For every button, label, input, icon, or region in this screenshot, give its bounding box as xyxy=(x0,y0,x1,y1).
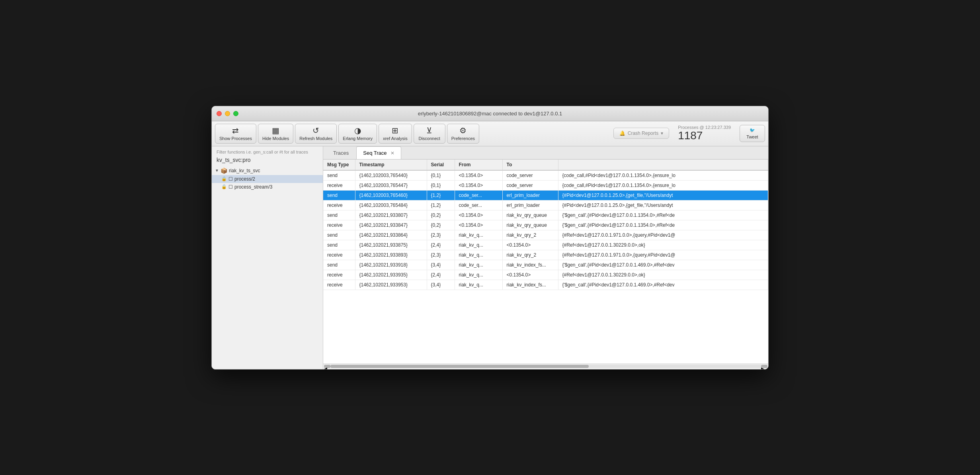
cell-detail: {'$gen_call',{#Pid<dev1@127.0.0.1.469.0>… xyxy=(558,260,768,270)
tab-seq-trace[interactable]: Seq Trace ✕ xyxy=(356,146,401,159)
cell-to: riak_kv_index_fs... xyxy=(502,260,558,270)
cell-timestamp: {1462,102003,765447} xyxy=(355,180,427,190)
table-row[interactable]: receive{1462,102021,933953}{3,4}riak_kv_… xyxy=(323,280,768,290)
cell-detail: {#Ref<dev1@127.0.0.1.30229.0.0>,ok} xyxy=(558,240,768,250)
hide-modules-button[interactable]: ▦ Hide Modules xyxy=(258,124,293,144)
cell-serial: {0,2} xyxy=(427,220,455,230)
table-row[interactable]: receive{1462,102021,933847}{0,2}<0.1354.… xyxy=(323,220,768,230)
cell-timestamp: {1462,102021,933893} xyxy=(355,250,427,260)
scroll-right-arrow[interactable]: ▸ xyxy=(761,365,767,368)
collapse-arrow: ▼ xyxy=(215,168,219,173)
scroll-left-arrow[interactable]: ◂ xyxy=(324,365,330,368)
table-header-row: Msg Type Timestamp Serial From To xyxy=(323,160,768,170)
col-header-serial: Serial xyxy=(427,160,455,170)
checkbox-icon[interactable]: ☐ xyxy=(228,184,233,190)
cell-msgtype: receive xyxy=(323,280,355,290)
main-area: Filter functions i.e. gen_s:call or #t f… xyxy=(212,146,768,369)
cell-detail: {'$gen_call',{#Pid<dev1@127.0.0.1.469.0>… xyxy=(558,280,768,290)
cell-serial: {2,3} xyxy=(427,250,455,260)
col-header-timestamp: Timestamp xyxy=(355,160,427,170)
refresh-modules-label: Refresh Modules xyxy=(299,136,332,141)
twitter-icon: 🐦 xyxy=(750,128,755,133)
refresh-icon: ↺ xyxy=(312,127,319,134)
cell-serial: {0,2} xyxy=(427,210,455,220)
cell-detail: {#Ref<dev1@127.0.0.1.971.0.0>,{query,#Pi… xyxy=(558,230,768,240)
table-row[interactable]: send{1462,102021,933918}{3,4}riak_kv_q..… xyxy=(323,260,768,270)
horizontal-scrollbar[interactable]: ◂ ▸ xyxy=(323,364,768,369)
cell-from: <0.1354.0> xyxy=(455,220,502,230)
crash-reports-button[interactable]: 🔔 Crash Reports ▾ xyxy=(613,128,669,139)
table-row[interactable]: receive{1462,102021,933893}{2,3}riak_kv_… xyxy=(323,250,768,260)
tweet-label: Tweet xyxy=(746,134,758,139)
checkbox-icon[interactable]: ☐ xyxy=(228,176,233,182)
cell-timestamp: {1462,102021,933918} xyxy=(355,260,427,270)
show-processes-label: Show Processes xyxy=(219,136,252,141)
tree-item-riak[interactable]: ▼ 📦 riak_kv_ts_svc xyxy=(212,166,323,175)
grid-icon: ⊞ xyxy=(392,127,398,134)
table-row[interactable]: receive{1462,102003,765447}{0,1}<0.1354.… xyxy=(323,180,768,190)
cell-to: riak_kv_qry_queue xyxy=(502,210,558,220)
minimize-button[interactable] xyxy=(225,111,230,116)
table-row[interactable]: send{1462,102021,933864}{2,3}riak_kv_q..… xyxy=(323,230,768,240)
cell-timestamp: {1462,102021,933935} xyxy=(355,270,427,280)
cell-msgtype: receive xyxy=(323,250,355,260)
cell-from: riak_kv_q... xyxy=(455,240,502,250)
scrollbar-thumb[interactable] xyxy=(330,365,589,368)
cell-msgtype: send xyxy=(323,170,355,181)
tab-close-icon[interactable]: ✕ xyxy=(390,150,394,156)
refresh-modules-button[interactable]: ↺ Refresh Modules xyxy=(295,124,337,144)
module-icon: 📦 xyxy=(221,167,227,174)
table-row[interactable]: send{1462,102003,765440}{0,1}<0.1354.0>c… xyxy=(323,170,768,181)
preferences-label: Preferences xyxy=(451,136,475,141)
table-row[interactable]: send{1462,102003,765460}{1,2}code_ser...… xyxy=(323,190,768,200)
hide-modules-label: Hide Modules xyxy=(262,136,289,141)
table-row[interactable]: send{1462,102021,933875}{2,4}riak_kv_q..… xyxy=(323,240,768,250)
show-processes-button[interactable]: ⇄ Show Processes xyxy=(215,124,256,144)
cell-serial: {2,4} xyxy=(427,240,455,250)
shuffle-icon: ⇄ xyxy=(232,127,239,134)
disconnect-label: Disconnect xyxy=(418,136,440,141)
tree-item-process2[interactable]: 🔒 ☐ process/2 xyxy=(212,175,323,183)
table-row[interactable]: receive{1462,102003,765484}{1,2}code_ser… xyxy=(323,200,768,210)
preferences-button[interactable]: ⚙ Preferences xyxy=(447,124,479,144)
table-container[interactable]: Msg Type Timestamp Serial From To send{1… xyxy=(323,160,768,364)
erlang-memory-button[interactable]: ◑ Erlang Memory xyxy=(338,124,377,144)
cell-to: code_server xyxy=(502,180,558,190)
tab-traces[interactable]: Traces xyxy=(326,146,355,159)
table-row[interactable]: receive{1462,102021,933935}{2,4}riak_kv_… xyxy=(323,270,768,280)
xref-analysis-button[interactable]: ⊞ xref Analysis xyxy=(379,124,412,144)
maximize-button[interactable] xyxy=(233,111,238,116)
tree-item-process-stream3[interactable]: 🔒 ☐ process_stream/3 xyxy=(212,183,323,191)
cell-serial: {2,4} xyxy=(427,270,455,280)
cell-detail: {code_call,#Pid<dev1@127.0.0.1.1354.0>,{… xyxy=(558,180,768,190)
tab-seq-trace-label: Seq Trace xyxy=(363,150,387,156)
cell-detail: {#Pid<dev1@127.0.0.1.25.0>,{get_file,"/U… xyxy=(558,190,768,200)
cell-timestamp: {1462,102021,933953} xyxy=(355,280,427,290)
cell-to: erl_prim_loader xyxy=(502,190,558,200)
disconnect-icon: ⊻ xyxy=(426,127,432,134)
cell-msgtype: send xyxy=(323,240,355,250)
cell-msgtype: send xyxy=(323,210,355,220)
close-button[interactable] xyxy=(217,111,222,116)
cell-from: riak_kv_q... xyxy=(455,280,502,290)
table-row[interactable]: send{1462,102021,933807}{0,2}<0.1354.0>r… xyxy=(323,210,768,220)
col-header-detail xyxy=(558,160,768,170)
col-header-from: From xyxy=(455,160,502,170)
cell-msgtype: send xyxy=(323,190,355,200)
tab-traces-label: Traces xyxy=(333,150,349,156)
traffic-lights xyxy=(217,111,238,116)
cell-msgtype: send xyxy=(323,230,355,240)
gear-icon: ⚙ xyxy=(459,127,467,134)
cell-detail: {'$gen_call',{#Pid<dev1@127.0.0.1.1354.0… xyxy=(558,210,768,220)
xref-analysis-label: xref Analysis xyxy=(383,136,408,141)
cell-serial: {3,4} xyxy=(427,280,455,290)
cell-from: <0.1354.0> xyxy=(455,180,502,190)
scrollbar-track[interactable] xyxy=(330,365,761,368)
bell-icon: 🔔 xyxy=(619,130,625,136)
cell-serial: {2,3} xyxy=(427,230,455,240)
disconnect-button[interactable]: ⊻ Disconnect xyxy=(414,124,445,144)
cell-to: <0.1354.0> xyxy=(502,270,558,280)
cell-from: code_ser... xyxy=(455,190,502,200)
tabs-bar: Traces Seq Trace ✕ xyxy=(323,146,768,160)
tweet-button[interactable]: 🐦 Tweet xyxy=(740,125,765,142)
